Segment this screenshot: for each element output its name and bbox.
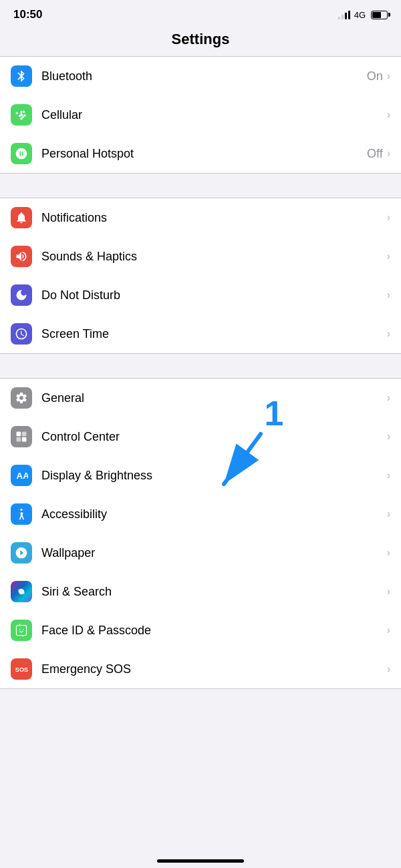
notifications-label: Notifications [41, 211, 387, 225]
faceid-icon [11, 620, 32, 641]
hotspot-value: Off [367, 147, 383, 161]
bluetooth-icon [11, 65, 32, 87]
display-label: Display & Brightness [41, 469, 387, 483]
sos-label: Emergency SOS [41, 662, 387, 676]
wallpaper-icon [11, 542, 32, 564]
dnd-icon [11, 284, 32, 306]
settings-row-wallpaper[interactable]: Wallpaper › [0, 533, 401, 572]
siri-icon [11, 581, 32, 602]
status-icons: 4G [338, 10, 388, 20]
page-title: Settings [172, 31, 230, 47]
settings-row-siri[interactable]: Siri & Search › [0, 572, 401, 611]
sounds-label: Sounds & Haptics [41, 250, 387, 264]
settings-row-sos[interactable]: SOS Emergency SOS › [0, 650, 401, 688]
svg-point-7 [18, 589, 20, 592]
accessibility-icon [11, 503, 32, 525]
hotspot-label: Personal Hotspot [41, 147, 367, 161]
signal-bars-icon [338, 10, 350, 19]
wallpaper-label: Wallpaper [41, 546, 387, 560]
settings-row-general[interactable]: General › [0, 379, 401, 417]
settings-group-3: General › Control Center › AA Display & … [0, 378, 401, 689]
screentime-label: Screen Time [41, 327, 387, 341]
hotspot-chevron: › [387, 148, 390, 160]
dnd-chevron: › [387, 289, 390, 301]
sos-chevron: › [387, 663, 390, 675]
general-chevron: › [387, 392, 390, 404]
settings-row-screentime[interactable]: Screen Time › [0, 314, 401, 353]
network-label: 4G [354, 10, 366, 20]
controlcenter-chevron: › [387, 431, 390, 443]
settings-row-cellular[interactable]: Cellular › [0, 95, 401, 134]
notifications-chevron: › [387, 212, 390, 224]
svg-rect-4 [22, 437, 27, 442]
settings-row-hotspot[interactable]: Personal Hotspot Off › [0, 134, 401, 173]
screentime-icon [11, 323, 32, 345]
status-bar: 10:50 4G [0, 0, 401, 27]
settings-row-faceid[interactable]: Face ID & Passcode › [0, 611, 401, 650]
svg-rect-2 [22, 432, 27, 437]
home-indicator [157, 859, 244, 863]
svg-point-8 [23, 591, 25, 594]
general-label: General [41, 391, 387, 405]
svg-rect-3 [17, 437, 21, 442]
notifications-icon [11, 207, 32, 228]
hotspot-icon [11, 143, 32, 164]
spacer-1 [0, 174, 401, 198]
battery-icon [370, 11, 388, 19]
controlcenter-label: Control Center [41, 430, 387, 444]
controlcenter-icon [11, 426, 32, 447]
cellular-icon [11, 104, 32, 126]
settings-row-accessibility[interactable]: Accessibility › [0, 495, 401, 533]
siri-chevron: › [387, 586, 390, 598]
settings-row-controlcenter[interactable]: Control Center › [0, 417, 401, 456]
settings-row-bluetooth[interactable]: Bluetooth On › [0, 57, 401, 95]
status-time: 10:50 [13, 8, 42, 21]
cellular-label: Cellular [41, 108, 383, 122]
display-icon: AA [11, 465, 32, 486]
sos-icon: SOS [11, 658, 32, 680]
svg-text:AA: AA [17, 471, 29, 481]
display-chevron: › [387, 469, 390, 481]
wallpaper-chevron: › [387, 547, 390, 559]
svg-rect-1 [17, 432, 21, 437]
siri-label: Siri & Search [41, 585, 387, 599]
settings-row-notifications[interactable]: Notifications › [0, 198, 401, 237]
settings-group-2: Notifications › Sounds & Haptics › Do No… [0, 198, 401, 354]
general-icon [11, 387, 32, 409]
accessibility-label: Accessibility [41, 507, 387, 521]
bluetooth-label: Bluetooth [41, 69, 367, 83]
page-wrapper: 10:50 4G Settings Bluetooth [0, 0, 401, 689]
cellular-chevron: › [387, 109, 390, 121]
sounds-chevron: › [387, 250, 390, 262]
faceid-label: Face ID & Passcode [41, 624, 387, 638]
screentime-chevron: › [387, 328, 390, 340]
accessibility-chevron: › [387, 508, 390, 520]
faceid-chevron: › [387, 624, 390, 636]
dnd-label: Do Not Disturb [41, 288, 387, 302]
svg-text:SOS: SOS [15, 666, 28, 673]
sounds-icon [11, 246, 32, 267]
bluetooth-value: On [367, 69, 383, 83]
bluetooth-chevron: › [387, 70, 390, 82]
spacer-2 [0, 354, 401, 378]
settings-row-display[interactable]: AA Display & Brightness › [0, 456, 401, 495]
settings-row-dnd[interactable]: Do Not Disturb › [0, 276, 401, 314]
settings-group-1: Bluetooth On › Cellular › Personal Hotsp… [0, 56, 401, 174]
svg-point-0 [20, 114, 23, 116]
settings-row-sounds[interactable]: Sounds & Haptics › [0, 237, 401, 276]
page-title-bar: Settings [0, 27, 401, 56]
